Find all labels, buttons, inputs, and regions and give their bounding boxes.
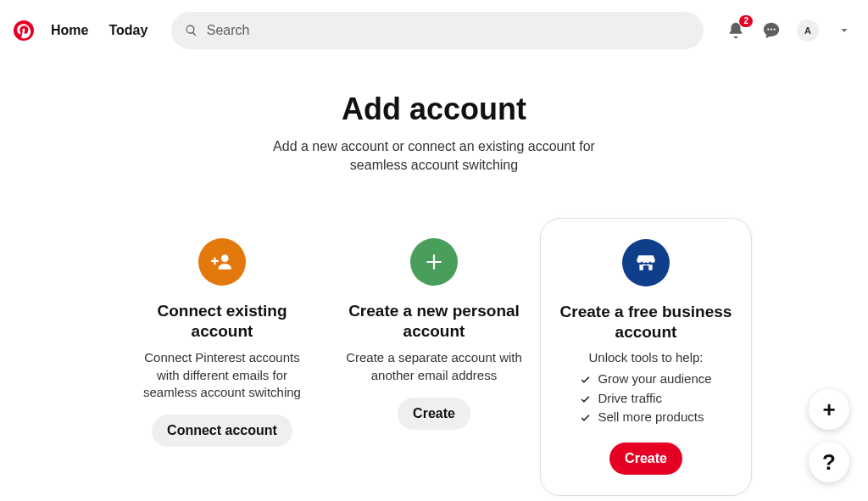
page-subtitle-line1: Add a new account or connect an existing… (273, 139, 595, 153)
account-menu-toggle[interactable] (834, 20, 854, 41)
plus-icon (410, 238, 458, 286)
benefit-label: Grow your audience (598, 370, 711, 389)
fab-add[interactable]: + (809, 389, 849, 430)
storefront-icon (622, 239, 670, 287)
header-actions: 2 A (726, 19, 854, 42)
benefit-label: Drive traffic (598, 389, 662, 409)
card-create-business: Create a free business account Unlock to… (540, 218, 752, 496)
page-subtitle: Add a new account or connect an existing… (0, 137, 868, 175)
fab-stack: + ? (809, 389, 849, 482)
header: Home Today 2 A (0, 0, 868, 61)
nav-home[interactable]: Home (51, 23, 88, 38)
notification-badge: 2 (739, 15, 753, 27)
card-title: Create a free business account (556, 302, 736, 342)
create-business-button[interactable]: Create (609, 443, 682, 475)
card-connect-existing: Connect existing account Connect Pintere… (116, 218, 328, 467)
card-title: Create a new personal account (343, 301, 525, 342)
add-user-icon (198, 238, 246, 286)
benefit-item: Drive traffic (580, 389, 711, 409)
create-personal-button[interactable]: Create (398, 398, 470, 430)
benefit-item: Sell more products (580, 408, 711, 427)
card-title: Connect existing account (131, 301, 313, 342)
nav-today[interactable]: Today (108, 23, 147, 38)
account-options: Connect existing account Connect Pintere… (0, 218, 868, 496)
benefits-list: Grow your audience Drive traffic Sell mo… (580, 370, 711, 427)
search-input[interactable] (207, 23, 690, 38)
chevron-down-icon (838, 25, 850, 36)
benefit-label: Sell more products (598, 408, 704, 427)
nav-links: Home Today (51, 23, 147, 38)
card-desc: Create a separate account with another e… (343, 349, 525, 384)
notifications-button[interactable]: 2 (726, 20, 746, 41)
connect-account-button[interactable]: Connect account (152, 415, 292, 447)
check-icon (580, 374, 591, 385)
page-title: Add account (0, 92, 868, 127)
messages-button[interactable] (761, 20, 782, 41)
fab-help[interactable]: ? (809, 442, 849, 482)
check-icon (580, 412, 591, 423)
search-icon (185, 24, 198, 37)
search-bar[interactable] (171, 12, 704, 49)
pinterest-logo[interactable] (14, 20, 34, 41)
card-desc: Connect Pinterest accounts with differen… (131, 349, 313, 401)
check-icon (580, 393, 591, 404)
main-content: Add account Add a new account or connect… (0, 61, 868, 496)
benefit-item: Grow your audience (580, 370, 711, 389)
chat-icon (762, 21, 781, 40)
benefits-intro: Unlock tools to help: (556, 350, 736, 365)
page-subtitle-line2: seamless account switching (350, 158, 518, 172)
card-create-personal: Create a new personal account Create a s… (328, 218, 540, 450)
avatar[interactable]: A (797, 19, 819, 42)
